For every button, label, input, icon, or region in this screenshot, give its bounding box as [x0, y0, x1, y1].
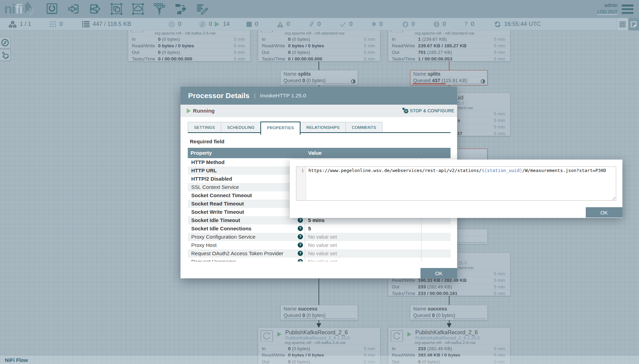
stat-period: 5 min	[494, 271, 505, 276]
stat-label: Out	[262, 50, 269, 55]
tab-comments[interactable]: COMMENTS	[345, 122, 382, 132]
process-group-icon[interactable]	[110, 3, 123, 15]
stat-value-bold: s	[457, 118, 460, 123]
tab-scheduling[interactable]: SCHEDULING	[221, 122, 261, 132]
tab-properties[interactable]: PROPERTIES	[260, 122, 300, 135]
logout-link[interactable]: LOG OUT	[597, 9, 618, 15]
tab-relationships[interactable]: RELATIONSHIPS	[300, 122, 346, 132]
value-column-header: Value	[305, 148, 422, 158]
editor-resize-handle[interactable]	[612, 197, 615, 200]
value-editor[interactable]: 1 https://www.pegelonline.wsv.de/webserv…	[296, 166, 616, 201]
connection-name-bold: success	[428, 306, 447, 312]
status-bar-buttons	[617, 18, 639, 30]
input-port-icon[interactable]	[67, 3, 80, 15]
processor-bundle: dard-nar	[458, 105, 473, 110]
stat-value: 233 (282.49 KB)	[418, 284, 452, 289]
run-status-label: Running	[193, 108, 215, 114]
stop-configure-button[interactable]: STOP & CONFIGURE	[402, 108, 454, 114]
connection-name-row: Name splits	[281, 70, 358, 77]
refresh-status[interactable]: 16:55:44 UTC	[494, 18, 541, 30]
dialog-ok-button[interactable]: OK	[420, 268, 457, 278]
property-name: Request Username?	[188, 258, 305, 261]
hamburger-bar	[622, 8, 633, 10]
stat-period: 5 min	[364, 56, 375, 61]
property-name: Request OAuth2 Access Token Provider?	[188, 249, 305, 258]
status-count: 0	[287, 21, 290, 28]
status-running: 14	[214, 18, 230, 30]
status-up-to-date: 0	[340, 18, 352, 30]
stat-value-bold: 239.67 KB / 185.27 KB	[418, 43, 466, 48]
processor-icon[interactable]	[46, 3, 58, 15]
not-transmitting-icon	[199, 21, 206, 28]
connection-splits-right[interactable]: Name splitsQueued 437 (115.91 KB)	[410, 70, 488, 85]
stat-value-bold: 233	[418, 284, 426, 289]
help-question-icon: ?	[298, 242, 303, 248]
status-count: 0	[317, 21, 321, 28]
funnel-icon[interactable]	[153, 3, 166, 15]
run-status-play-icon	[407, 332, 411, 337]
property-value-bold: 5 mins	[308, 217, 325, 223]
compass-button[interactable]	[0, 37, 10, 48]
note-button[interactable]	[628, 18, 639, 30]
remote-process-group-icon[interactable]	[132, 3, 144, 15]
locally-modified-stale-icon	[434, 21, 439, 27]
tab-settings[interactable]: SETTINGS	[188, 122, 221, 132]
status-sync-failure: ?0	[464, 18, 474, 30]
status-threads-grid: 0	[49, 18, 63, 30]
actions-column-header	[422, 148, 451, 158]
grid-squares-button[interactable]	[617, 18, 628, 30]
hamburger-bar	[622, 12, 633, 14]
processor-stamp-icon	[260, 330, 274, 344]
connection-name-row: Name splits	[410, 70, 487, 77]
nifi-drop-icon	[22, 1, 35, 17]
connection-queued: Queued 0 (0 bytes)	[284, 78, 325, 83]
property-row[interactable]: Proxy Configuration Service?No value set	[188, 233, 451, 241]
popup-ok-button[interactable]: OK	[586, 207, 622, 218]
property-name: SSL Context Service?	[188, 183, 305, 191]
stat-value-bold: 0	[288, 50, 291, 55]
processor-bundle: org.apache.nifi - nifi-standard-nar	[285, 31, 345, 36]
stat-value-bold: 0	[288, 37, 291, 42]
property-actions	[422, 233, 451, 241]
stat-value: 0 (0 bytes)	[288, 346, 310, 351]
connection-queued: Queued 0 (0 bytes)	[413, 313, 455, 318]
status-count: 0	[349, 21, 352, 28]
connection-success-left[interactable]: Name successQueued 0 (0 bytes)	[280, 305, 358, 320]
logo-text-ni: ni	[4, 2, 15, 17]
editor-code-line[interactable]: https://www.pegelonline.wsv.de/webservic…	[306, 167, 606, 200]
status-count: 0	[411, 21, 415, 28]
processor-bundle: org.apache.nifi - nifi-kafka-2-6-nar	[415, 340, 476, 345]
connection-queued-row: Queued 0 (0 bytes)	[281, 77, 358, 84]
connection-queued-row: Queued 0 (0 bytes)	[281, 312, 358, 318]
property-row[interactable]: Request OAuth2 Access Token Provider?No …	[188, 249, 451, 258]
dialog-header: Processor Details | InvokeHTTP 1.25.0	[180, 87, 457, 105]
connection-line	[318, 61, 319, 70]
help-question-icon: ?	[298, 251, 303, 256]
stopped-icon	[247, 22, 252, 27]
property-row[interactable]: Request Username?No value set	[188, 258, 451, 261]
status-invalid: 0	[277, 18, 290, 30]
url-segment-plain: https://www.pegelonline.wsv.de/webservic…	[308, 168, 482, 173]
stat-period: 5 min	[494, 124, 505, 130]
global-menu-icon[interactable]	[622, 4, 633, 14]
output-port-icon[interactable]	[89, 3, 101, 15]
connection-name-bold: splits	[298, 71, 311, 77]
connection-splits-left[interactable]: Name splitsQueued 0 (0 bytes)	[280, 70, 358, 85]
label-icon[interactable]	[196, 3, 209, 15]
queued-count-bold: 437	[432, 78, 440, 83]
property-row[interactable]: Socket Idle Connections?5	[188, 224, 451, 233]
breadcrumb-nifi-flow[interactable]: NiFi Flow	[5, 357, 28, 363]
transmitting-icon	[168, 21, 175, 28]
connection-queued: Queued 0 (0 bytes)	[284, 313, 325, 318]
property-row[interactable]: Proxy Host?No value set	[188, 241, 451, 249]
stat-label: In	[392, 37, 396, 42]
property-actions	[422, 241, 451, 249]
template-icon[interactable]	[175, 3, 187, 15]
stat-row: In0 (0 bytes)5 min	[128, 36, 250, 42]
stat-value-bold: 233 / 00:00:00.161	[418, 291, 457, 296]
connection-success-right[interactable]: Name successQueued 0 (0 bytes)	[410, 305, 488, 320]
cluster-cubes-icon	[9, 21, 17, 28]
stat-value-bold: 0 / 00:00:00.000	[288, 56, 322, 61]
connection-line	[449, 296, 450, 305]
hand-pointer-button[interactable]	[0, 49, 10, 61]
